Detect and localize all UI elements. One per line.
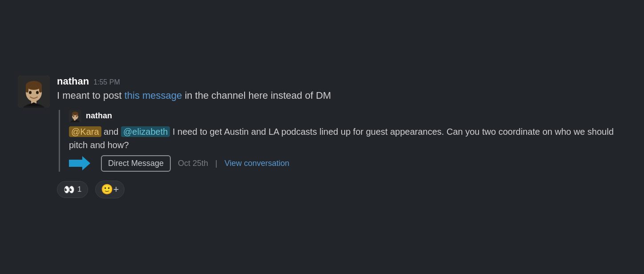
message-outer: nathan 1:55 PM I meant to post this mess… [18,76,626,198]
svg-point-17 [73,115,74,117]
reactions-row: 👀 1 🙂+ [57,181,626,198]
message-text: I meant to post this message in the chan… [57,89,626,103]
text-between-mentions: and [101,127,121,137]
quote-username: nathan [86,111,112,121]
add-reaction-button[interactable]: 🙂+ [95,181,125,198]
message-link[interactable]: this message [125,90,182,101]
message-timestamp: 1:55 PM [93,78,120,86]
meta-row: Direct Message Oct 25th | View conversat… [69,155,626,172]
add-reaction-icon: 🙂+ [101,184,119,195]
svg-point-18 [76,115,77,117]
quote-text: @Kara and @elizabeth I need to get Austi… [69,125,626,152]
message-container: nathan 1:55 PM I meant to post this mess… [0,65,644,209]
svg-marker-19 [69,156,90,170]
message-header: nathan 1:55 PM [57,76,626,87]
quote-header: nathan [69,110,626,122]
quote-block: nathan @Kara and @elizabeth I need to ge… [59,110,626,172]
meta-date: Oct 25th [178,159,208,168]
mention-kara[interactable]: @Kara [69,126,101,137]
svg-rect-16 [77,113,78,116]
message-username: nathan [57,76,89,87]
message-body: nathan 1:55 PM I meant to post this mess… [57,76,626,198]
eyes-emoji: 👀 [64,184,75,195]
view-conversation-link[interactable]: View conversation [225,159,290,168]
avatar [18,76,50,108]
reaction-eyes[interactable]: 👀 1 [57,181,88,198]
meta-separator: | [215,159,217,168]
svg-point-8 [29,91,32,94]
reaction-count: 1 [77,185,81,194]
text-after-link: in the channel here instead of DM [182,90,331,101]
arrow-right-icon [69,155,90,171]
arrow-container [69,155,94,171]
text-before-link: I meant to post [57,90,125,101]
svg-rect-7 [39,85,42,93]
svg-point-9 [36,91,39,94]
svg-rect-6 [26,85,28,93]
mention-elizabeth[interactable]: @elizabeth [121,126,170,137]
svg-point-14 [72,112,78,115]
svg-rect-15 [72,113,73,116]
quote-avatar [69,110,81,122]
dm-badge[interactable]: Direct Message [101,155,171,172]
